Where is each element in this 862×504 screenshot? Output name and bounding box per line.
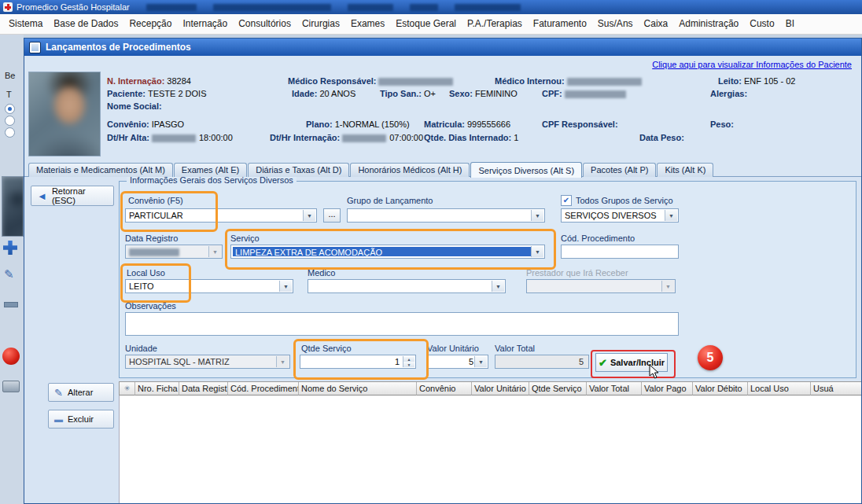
cod-procedimento-label: Cód. Procedimento: [561, 234, 635, 243]
browse-button[interactable]: ...: [323, 208, 341, 223]
field-cpf-responsavel: CPF Responsável:: [542, 120, 621, 129]
menu-base-de-dados[interactable]: Base de Dados: [48, 14, 123, 34]
valor-unitario-label: Valor Unitário: [427, 344, 479, 353]
retornar-button[interactable]: ◄ Retornar (ESC): [31, 186, 114, 206]
redacted-value: [565, 90, 626, 98]
tab-pacotes[interactable]: Pacotes (Alt P): [583, 163, 656, 177]
menu-exames[interactable]: Exames: [345, 14, 390, 34]
redacted-value: [129, 248, 179, 256]
patient-info-link[interactable]: Clique aqui para visualizar Informações …: [652, 60, 852, 69]
local-uso-label: Local Uso: [127, 268, 165, 278]
valor-unitario-field[interactable]: 5 ▼: [427, 355, 488, 369]
chevron-down-icon[interactable]: ▼: [303, 210, 315, 221]
menu-pa-terapias[interactable]: P.A./Terapias: [462, 14, 528, 34]
menu-estoque-geral[interactable]: Estoque Geral: [390, 14, 462, 34]
redacted-titlebar-text: [348, 4, 393, 11]
observacoes-label: Observações: [125, 301, 176, 311]
redacted-value: [152, 134, 196, 142]
menu-caixa[interactable]: Caixa: [639, 14, 674, 34]
background-thumbnail: [2, 176, 24, 237]
col-valor-pago[interactable]: Valor Pago: [642, 382, 693, 395]
convenio-select[interactable]: PARTICULAR ▼: [125, 208, 317, 223]
menu-sus-ans[interactable]: Sus/Ans: [592, 14, 639, 34]
field-alergias: Alergias:: [710, 89, 750, 98]
col-usuario[interactable]: Usuá: [811, 382, 862, 395]
menu-internacao[interactable]: Internação: [177, 14, 233, 34]
col-data-registro[interactable]: Data Regist: [179, 382, 228, 395]
chevron-down-icon[interactable]: ▼: [531, 210, 543, 221]
tab-kits[interactable]: Kits (Alt K): [657, 163, 713, 177]
radio-button[interactable]: [5, 116, 15, 126]
menu-cirurgias[interactable]: Cirurgias: [297, 14, 345, 34]
printer-icon[interactable]: [2, 381, 20, 392]
chevron-down-icon[interactable]: ▼: [492, 281, 504, 292]
field-nome-social: Nome Social:: [107, 101, 164, 111]
col-convenio[interactable]: Convênio: [417, 382, 472, 395]
checkbox-checked-icon[interactable]: ✔: [561, 195, 572, 206]
chevron-down-icon[interactable]: ▼: [531, 246, 543, 257]
field-dthr-internacao: Dt/Hr Internação:07:00:00: [270, 133, 423, 142]
tab-honorarios-medicos[interactable]: Honorários Médicos (Alt H): [350, 163, 470, 177]
add-icon[interactable]: [3, 241, 17, 255]
qtde-servico-stepper[interactable]: 1 ▲ ▼: [300, 355, 416, 369]
field-matricula: Matricula:999555666: [424, 120, 510, 129]
chevron-down-icon[interactable]: ▼: [474, 356, 487, 367]
field-dthr-alta: Dt/Hr Alta:18:00:00: [107, 133, 233, 142]
tab-materiais-medicamentos[interactable]: Materiais e Medicamentos (Alt M): [28, 163, 173, 177]
chevron-down-icon[interactable]: ▼: [208, 246, 221, 257]
tab-servicos-diversos[interactable]: Serviços Diversos (Alt S): [470, 162, 582, 178]
edit-pencil-icon[interactable]: ✎: [4, 267, 14, 281]
menu-sistema[interactable]: Sistema: [3, 14, 48, 34]
annotation-step-badge: 5: [698, 345, 723, 370]
menu-recepcao[interactable]: Recepção: [123, 14, 177, 34]
menu-bi[interactable]: BI: [780, 14, 800, 34]
col-valor-unitario[interactable]: Valor Unitário: [472, 382, 529, 395]
chevron-down-icon[interactable]: ▼: [276, 356, 289, 367]
menu-administracao[interactable]: Administração: [673, 14, 744, 34]
local-uso-select[interactable]: LEITO ▼: [125, 279, 293, 293]
chevron-down-icon: ▼: [661, 281, 674, 292]
col-nome-servico[interactable]: Nome do Serviço: [299, 382, 417, 395]
unidade-select[interactable]: HOSPITAL SQL - MATRIZ ▼: [125, 355, 290, 369]
col-qtde-servico[interactable]: Qtde Serviço: [529, 382, 587, 395]
medico-select[interactable]: ▼: [308, 279, 506, 293]
prestador-select: ▼: [526, 279, 676, 293]
field-leito: Leito:ENF 105 - 02: [718, 76, 795, 86]
radio-button[interactable]: [5, 127, 15, 138]
minus-bar-icon: ▬: [54, 414, 63, 424]
alert-red-icon[interactable]: [2, 348, 20, 365]
field-n-internacao: N. Internação:38284: [107, 76, 191, 86]
spin-up-icon[interactable]: ▲: [403, 356, 414, 362]
servico-select[interactable]: LIMPEZA EXTRA DE ACOMODAÇÃO ▼: [230, 245, 545, 259]
chevron-down-icon[interactable]: ▼: [279, 281, 292, 292]
convenio-label: Convênio (F5): [128, 196, 183, 205]
cod-procedimento-input[interactable]: [561, 245, 679, 259]
app-titlebar[interactable]: Promedico Gestão Hospitalar: [0, 0, 862, 14]
radio-button[interactable]: [5, 104, 15, 114]
remove-icon[interactable]: [4, 302, 18, 307]
col-valor-total[interactable]: Valor Total: [587, 382, 642, 395]
grupo-servico-select[interactable]: SERVIÇOS DIVERSOS ▼: [561, 208, 679, 223]
window-titlebar[interactable]: Lançamentos de Procedimentos: [24, 39, 861, 56]
tab-diarias-taxas[interactable]: Diárias e Taxas (Alt D): [248, 163, 349, 177]
grid-corner-icon[interactable]: ✳: [120, 382, 135, 395]
col-local-uso[interactable]: Local Uso: [748, 382, 811, 395]
todos-grupos-checkbox[interactable]: ✔ Todos Grupos de Serviço: [561, 195, 673, 206]
alterar-button[interactable]: ✎ Alterar: [48, 383, 114, 402]
observacoes-input[interactable]: [125, 312, 679, 336]
menu-consultorios[interactable]: Consultórios: [233, 14, 297, 34]
excluir-button[interactable]: ▬ Excluir: [48, 410, 114, 429]
menu-faturamento[interactable]: Faturamento: [528, 14, 592, 34]
menu-custo[interactable]: Custo: [744, 14, 779, 34]
col-valor-debito[interactable]: Valor Débito: [693, 382, 748, 395]
field-cpf: CPF:: [542, 89, 626, 98]
spin-down-icon[interactable]: ▼: [403, 362, 414, 367]
field-plano: Plano:1-NORMAL (150%): [306, 120, 410, 129]
col-nro-ficha[interactable]: Nro. Ficha: [135, 382, 179, 395]
data-registro-field[interactable]: ▼: [125, 245, 223, 259]
grupo-lancamento-select[interactable]: ▼: [347, 208, 545, 223]
tab-exames[interactable]: Exames (Alt E): [174, 163, 247, 177]
chevron-down-icon[interactable]: ▼: [665, 210, 677, 221]
field-tipo-sanguineo: Tipo San.:O+: [380, 89, 436, 98]
col-cod-procedimento[interactable]: Cód. Procediment: [228, 382, 299, 395]
